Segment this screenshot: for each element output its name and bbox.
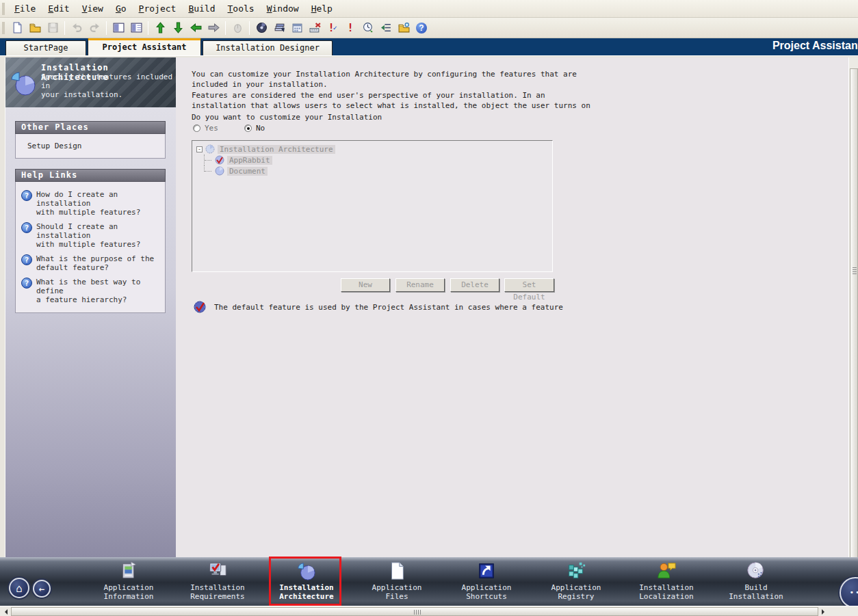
menu-project[interactable]: Project: [133, 1, 183, 16]
nav-forward-icon[interactable]: [205, 20, 222, 36]
toolbar-separator: [64, 21, 65, 35]
radio-yes-label: Yes: [205, 124, 218, 133]
horizontal-scrollbar[interactable]: [0, 606, 858, 616]
open-project-icon[interactable]: [27, 20, 43, 36]
rename-button[interactable]: Rename: [395, 278, 445, 292]
tab-startpage[interactable]: StartPage: [5, 40, 86, 55]
tab-bar: StartPage Project Assistant Installation…: [0, 38, 858, 55]
customize-question: Do you want to customize your Installati…: [192, 113, 382, 123]
feature-icon: [215, 166, 224, 176]
scrollbar-grip: [414, 610, 422, 615]
radio-no-dot[interactable]: [244, 124, 252, 132]
move-up-icon[interactable]: [152, 20, 168, 36]
radio-yes[interactable]: Yes: [193, 124, 218, 133]
menu-edit[interactable]: Edit: [42, 1, 75, 16]
installation-architecture-icon: [262, 559, 351, 581]
tree-connector: [204, 155, 213, 165]
nav-item-application-files[interactable]: Application Files: [352, 559, 441, 604]
sidebar: Installation Architecture Specify the fe…: [5, 57, 176, 557]
spelling-check-icon[interactable]: !✓: [324, 20, 341, 36]
toolbar: !✓ ! ?: [0, 18, 858, 38]
nav-label: Application Shortcuts: [442, 583, 531, 601]
toolbar-grip[interactable]: [2, 3, 5, 15]
nav-item-application-shortcuts[interactable]: Application Shortcuts: [442, 559, 531, 604]
new-file-icon[interactable]: [9, 20, 25, 36]
keyboard-validate-icon[interactable]: [307, 20, 323, 36]
toolbar-separator: [106, 21, 107, 35]
set-default-button[interactable]: Set Default: [504, 278, 554, 292]
vertical-scrollbar[interactable]: [848, 57, 858, 606]
nav-item-application-registry[interactable]: Application Registry: [532, 559, 621, 604]
radio-no[interactable]: No: [244, 124, 265, 133]
patch-calendar-icon[interactable]: [289, 20, 305, 36]
menu-window[interactable]: Window: [261, 1, 305, 16]
feature-check-icon: [215, 155, 224, 165]
help-link[interactable]: ? What is the purpose of the default fea…: [20, 252, 161, 275]
sidebar-item-setup-design[interactable]: Setup Design: [20, 139, 161, 152]
toolbar-grip[interactable]: [2, 22, 5, 34]
new-button[interactable]: New: [341, 278, 390, 292]
tree-root-label[interactable]: Installation Architecture: [218, 145, 335, 154]
help-link[interactable]: ? How do I create an installation with m…: [20, 187, 161, 219]
view-normal-icon[interactable]: [110, 20, 127, 36]
pie-chart-icon: [10, 70, 37, 97]
delete-button[interactable]: Delete: [450, 278, 499, 292]
help-link[interactable]: ? What is the best way to define a featu…: [20, 275, 161, 307]
tab-installation-designer[interactable]: Installation Designer: [203, 40, 333, 55]
nav-item-build-installation[interactable]: Build Installation: [712, 559, 801, 604]
default-feature-note: The default feature is used by the Proje…: [214, 301, 563, 312]
tree-collapse-icon[interactable]: -: [196, 146, 203, 152]
release-wizard-icon[interactable]: [271, 20, 287, 36]
error-flag-icon[interactable]: !: [342, 20, 359, 36]
feature-tree[interactable]: - Installation Architecture AppRabbit Do…: [192, 140, 553, 272]
move-down-icon[interactable]: [170, 20, 186, 36]
nav-back-icon[interactable]: [187, 20, 204, 36]
intro-paragraph: You can customize your Installation Arch…: [192, 70, 577, 90]
build-cd-icon[interactable]: [253, 20, 270, 36]
direct-editor-icon[interactable]: [378, 20, 394, 36]
menu-build[interactable]: Build: [182, 1, 221, 16]
nav-item-installation-requirements[interactable]: Installation Requirements: [173, 559, 262, 604]
radio-yes-dot[interactable]: [193, 124, 200, 132]
tree-item-label[interactable]: Document: [227, 167, 268, 176]
feature-icon: [205, 144, 215, 154]
application-shortcuts-icon: [442, 559, 531, 581]
tree-root-row[interactable]: - Installation Architecture: [194, 144, 551, 155]
menu-tools[interactable]: Tools: [222, 1, 261, 16]
nav-label: Installation Localization: [622, 583, 711, 601]
help-link[interactable]: ? Should I create an installation with m…: [20, 219, 161, 252]
vertical-scrollbar-thumb[interactable]: [850, 68, 858, 561]
home-button[interactable]: ⌂: [9, 578, 29, 598]
tree-item-document[interactable]: Document: [204, 165, 551, 176]
menu-view[interactable]: View: [76, 1, 109, 16]
package-folder-icon[interactable]: [395, 20, 412, 36]
menu-file[interactable]: File: [8, 1, 42, 16]
save-icon[interactable]: [44, 20, 61, 36]
help-link-label: What is the best way to define a feature…: [36, 278, 159, 304]
tree-item-apprabbit[interactable]: AppRabbit: [204, 155, 551, 165]
redo-icon[interactable]: [86, 20, 103, 36]
horizontal-scrollbar-thumb[interactable]: [11, 607, 818, 616]
toolbar-separator: [249, 21, 250, 35]
tree-item-label[interactable]: AppRabbit: [227, 156, 272, 165]
view-split-icon[interactable]: [128, 20, 144, 36]
features-paragraph: Features are considered the end user's p…: [192, 91, 590, 111]
nav-item-installation-localization[interactable]: Installation Localization: [622, 559, 711, 604]
nav-item-application-information[interactable]: Application Information: [84, 559, 173, 604]
test-run-icon[interactable]: [229, 20, 246, 36]
back-button[interactable]: ←: [33, 580, 51, 598]
other-places-header: Other Places: [15, 121, 166, 134]
scroll-right-arrow[interactable]: [820, 607, 829, 616]
tab-project-assistant[interactable]: Project Assistant: [88, 38, 201, 55]
help-icon[interactable]: ?: [413, 20, 430, 36]
question-icon: ?: [21, 278, 32, 289]
build-clock-icon[interactable]: [360, 20, 376, 36]
scroll-left-arrow[interactable]: [0, 607, 10, 616]
undo-icon[interactable]: [68, 20, 85, 36]
application-files-icon: [352, 559, 441, 581]
menu-go[interactable]: Go: [109, 1, 133, 16]
nav-item-installation-architecture[interactable]: Installation Architecture: [262, 559, 351, 604]
question-icon: ?: [21, 254, 32, 265]
question-icon: ?: [21, 222, 32, 233]
menu-help[interactable]: Help: [305, 1, 339, 16]
